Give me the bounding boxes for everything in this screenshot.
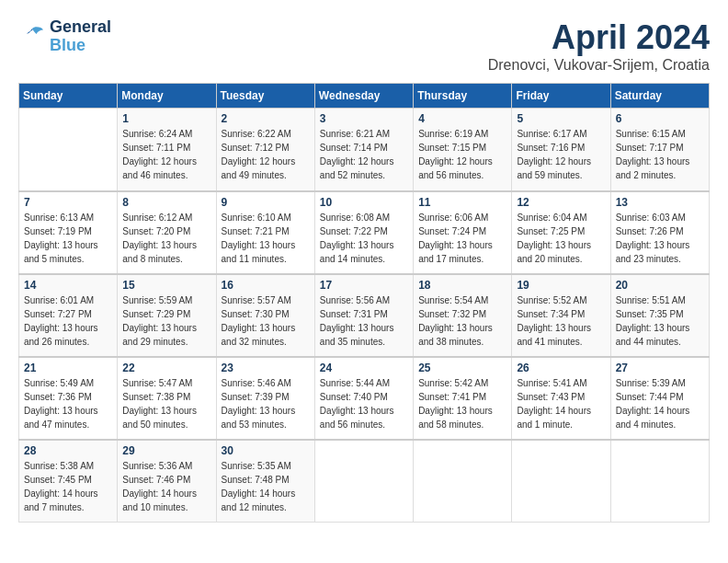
day-info: Sunrise: 6:01 AM Sunset: 7:27 PM Dayligh… [24,293,112,349]
calendar-week-row: 1Sunrise: 6:24 AM Sunset: 7:11 PM Daylig… [19,109,710,191]
day-number: 30 [222,444,310,457]
calendar-cell [512,440,610,523]
calendar-cell: 19Sunrise: 5:52 AM Sunset: 7:34 PM Dayli… [512,274,610,357]
calendar-cell: 26Sunrise: 5:41 AM Sunset: 7:43 PM Dayli… [512,357,610,440]
day-number: 8 [122,196,210,209]
day-number: 11 [418,196,506,209]
calendar-cell: 18Sunrise: 5:54 AM Sunset: 7:32 PM Dayli… [414,274,512,357]
day-number: 29 [122,444,210,457]
day-info: Sunrise: 6:04 AM Sunset: 7:25 PM Dayligh… [517,211,605,266]
calendar-cell: 3Sunrise: 6:21 AM Sunset: 7:14 PM Daylig… [314,109,413,191]
calendar-cell [19,109,118,191]
day-info: Sunrise: 5:54 AM Sunset: 7:32 PM Dayligh… [418,293,506,349]
day-number: 4 [418,112,506,125]
day-number: 13 [616,196,704,209]
day-number: 12 [517,196,605,209]
calendar-cell: 8Sunrise: 6:12 AM Sunset: 7:20 PM Daylig… [118,191,216,274]
day-number: 27 [616,362,704,374]
calendar-cell: 29Sunrise: 5:36 AM Sunset: 7:46 PM Dayli… [118,440,216,523]
day-info: Sunrise: 5:41 AM Sunset: 7:43 PM Dayligh… [517,376,605,431]
day-number: 2 [222,112,310,125]
calendar-cell: 20Sunrise: 5:51 AM Sunset: 7:35 PM Dayli… [610,274,709,357]
day-number: 9 [222,196,310,209]
day-info: Sunrise: 5:49 AM Sunset: 7:36 PM Dayligh… [24,376,112,431]
calendar-cell: 27Sunrise: 5:39 AM Sunset: 7:44 PM Dayli… [610,357,709,440]
day-info: Sunrise: 6:06 AM Sunset: 7:24 PM Dayligh… [418,211,506,266]
day-info: Sunrise: 5:38 AM Sunset: 7:45 PM Dayligh… [24,459,112,514]
header-friday: Friday [512,84,610,109]
calendar-cell: 17Sunrise: 5:56 AM Sunset: 7:31 PM Dayli… [314,274,413,357]
day-info: Sunrise: 6:08 AM Sunset: 7:22 PM Dayligh… [320,211,408,266]
calendar-cell: 6Sunrise: 6:15 AM Sunset: 7:17 PM Daylig… [610,109,709,191]
calendar-cell [414,440,512,523]
day-number: 17 [320,279,408,292]
day-info: Sunrise: 6:22 AM Sunset: 7:12 PM Dayligh… [222,127,310,182]
day-number: 28 [24,444,112,457]
calendar-cell: 21Sunrise: 5:49 AM Sunset: 7:36 PM Dayli… [19,357,118,440]
logo-text: General Blue [50,18,111,55]
calendar-cell: 9Sunrise: 6:10 AM Sunset: 7:21 PM Daylig… [216,191,314,274]
day-number: 6 [616,112,704,125]
day-info: Sunrise: 5:52 AM Sunset: 7:34 PM Dayligh… [517,293,605,349]
day-number: 16 [222,279,310,292]
header-row: SundayMondayTuesdayWednesdayThursdayFrid… [19,84,710,109]
day-info: Sunrise: 5:56 AM Sunset: 7:31 PM Dayligh… [320,293,408,349]
header-sunday: Sunday [19,84,118,109]
day-number: 1 [122,112,210,125]
calendar-cell [314,440,413,523]
page-header: General Blue April 2024 Drenovci, Vukova… [18,18,710,74]
logo-bird-icon [18,23,46,51]
calendar-cell: 10Sunrise: 6:08 AM Sunset: 7:22 PM Dayli… [314,191,413,274]
day-info: Sunrise: 5:57 AM Sunset: 7:30 PM Dayligh… [222,293,310,349]
day-info: Sunrise: 5:42 AM Sunset: 7:41 PM Dayligh… [418,376,506,431]
day-info: Sunrise: 6:19 AM Sunset: 7:15 PM Dayligh… [418,127,506,182]
day-info: Sunrise: 6:17 AM Sunset: 7:16 PM Dayligh… [517,127,605,182]
day-number: 21 [24,362,112,374]
calendar-cell: 22Sunrise: 5:47 AM Sunset: 7:38 PM Dayli… [118,357,216,440]
day-number: 14 [24,279,112,292]
day-info: Sunrise: 5:46 AM Sunset: 7:39 PM Dayligh… [222,376,310,431]
day-info: Sunrise: 6:13 AM Sunset: 7:19 PM Dayligh… [24,211,112,266]
calendar-cell: 7Sunrise: 6:13 AM Sunset: 7:19 PM Daylig… [19,191,118,274]
calendar-cell: 23Sunrise: 5:46 AM Sunset: 7:39 PM Dayli… [216,357,314,440]
calendar-cell: 12Sunrise: 6:04 AM Sunset: 7:25 PM Dayli… [512,191,610,274]
calendar-cell: 28Sunrise: 5:38 AM Sunset: 7:45 PM Dayli… [19,440,118,523]
day-number: 5 [517,112,605,125]
calendar-cell: 24Sunrise: 5:44 AM Sunset: 7:40 PM Dayli… [314,357,413,440]
day-number: 23 [222,362,310,374]
calendar-cell [610,440,709,523]
calendar-cell: 15Sunrise: 5:59 AM Sunset: 7:29 PM Dayli… [118,274,216,357]
day-info: Sunrise: 6:03 AM Sunset: 7:26 PM Dayligh… [616,211,704,266]
calendar-cell: 5Sunrise: 6:17 AM Sunset: 7:16 PM Daylig… [512,109,610,191]
calendar-week-row: 28Sunrise: 5:38 AM Sunset: 7:45 PM Dayli… [19,440,710,523]
day-number: 24 [320,362,408,374]
day-info: Sunrise: 6:10 AM Sunset: 7:21 PM Dayligh… [222,211,310,266]
day-number: 7 [24,196,112,209]
calendar-cell: 16Sunrise: 5:57 AM Sunset: 7:30 PM Dayli… [216,274,314,357]
day-number: 10 [320,196,408,209]
day-info: Sunrise: 5:47 AM Sunset: 7:38 PM Dayligh… [122,376,210,431]
calendar-week-row: 7Sunrise: 6:13 AM Sunset: 7:19 PM Daylig… [19,191,710,274]
day-info: Sunrise: 5:36 AM Sunset: 7:46 PM Dayligh… [122,459,210,514]
calendar-cell: 11Sunrise: 6:06 AM Sunset: 7:24 PM Dayli… [414,191,512,274]
header-thursday: Thursday [414,84,512,109]
calendar-week-row: 14Sunrise: 6:01 AM Sunset: 7:27 PM Dayli… [19,274,710,357]
header-saturday: Saturday [610,84,709,109]
day-number: 26 [517,362,605,374]
day-number: 18 [418,279,506,292]
day-number: 15 [122,279,210,292]
calendar-cell: 30Sunrise: 5:35 AM Sunset: 7:48 PM Dayli… [216,440,314,523]
day-info: Sunrise: 5:39 AM Sunset: 7:44 PM Dayligh… [616,376,704,431]
calendar-cell: 2Sunrise: 6:22 AM Sunset: 7:12 PM Daylig… [216,109,314,191]
day-info: Sunrise: 5:51 AM Sunset: 7:35 PM Dayligh… [616,293,704,349]
calendar-cell: 13Sunrise: 6:03 AM Sunset: 7:26 PM Dayli… [610,191,709,274]
logo: General Blue [18,18,111,55]
day-number: 3 [320,112,408,125]
header-monday: Monday [118,84,216,109]
calendar-cell: 25Sunrise: 5:42 AM Sunset: 7:41 PM Dayli… [414,357,512,440]
calendar-cell: 14Sunrise: 6:01 AM Sunset: 7:27 PM Dayli… [19,274,118,357]
calendar-cell: 1Sunrise: 6:24 AM Sunset: 7:11 PM Daylig… [118,109,216,191]
page-title: April 2024 [488,18,710,57]
day-number: 25 [418,362,506,374]
day-info: Sunrise: 6:15 AM Sunset: 7:17 PM Dayligh… [616,127,704,182]
